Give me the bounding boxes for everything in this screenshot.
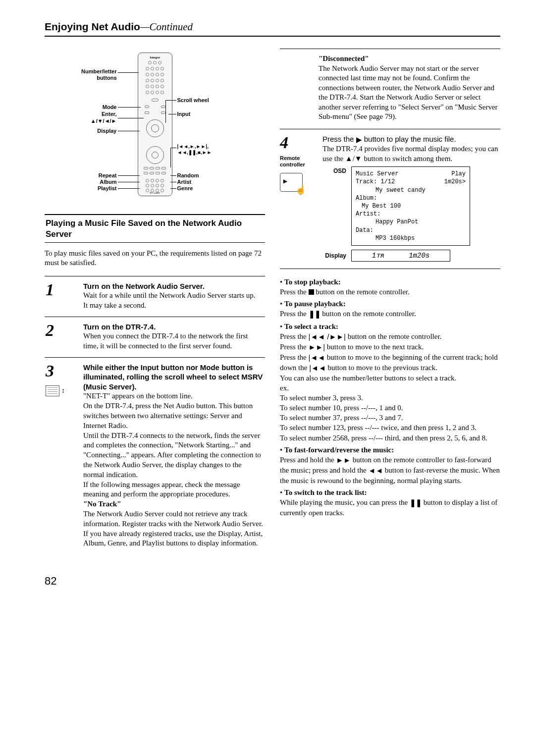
scroll-wheel-icon bbox=[146, 119, 164, 137]
sel-p1b: button on the remote controller. bbox=[346, 332, 441, 340]
hand-icon: ☝ bbox=[295, 185, 306, 196]
pause-icon: ❚❚ bbox=[309, 309, 321, 319]
label-album: Album bbox=[63, 179, 117, 185]
list-head: To switch to the track list: bbox=[284, 488, 367, 496]
label-enter: Enter, bbox=[63, 111, 117, 117]
list-line: • To switch to the track list: bbox=[280, 487, 500, 497]
osd-time: 1m20s> bbox=[444, 178, 466, 186]
pause-b1: Press the bbox=[280, 310, 309, 318]
title-rule bbox=[45, 36, 500, 37]
no-track-body: The Network Audio Server could not retri… bbox=[83, 509, 264, 548]
prev-next-icon: |◄◄ /►►| bbox=[309, 332, 346, 342]
ex4: To select number 123, press --/--- twice… bbox=[280, 423, 500, 432]
step-2-number: 2 bbox=[46, 322, 75, 351]
playback-notes: • To stop playback: Press the button on … bbox=[280, 277, 500, 518]
select-p3: Press the |◄◄ button to move to the begi… bbox=[280, 352, 500, 373]
sel-p1a: Press the bbox=[280, 332, 309, 340]
step-3-p1: "NET-T" appears on the bottom line. bbox=[83, 391, 264, 401]
step-4-body: The DTR-7.4 provides five normal display… bbox=[322, 144, 500, 163]
osd-artist-l: Artist: bbox=[356, 210, 466, 218]
label-input: Input bbox=[177, 111, 191, 117]
ff-head: To fast-forward/reverse the music: bbox=[284, 446, 394, 454]
label-transport: |◄◄,►,►►|, ◄◄,❚❚,■,►► bbox=[177, 144, 212, 155]
sel-p3a: Press the bbox=[280, 353, 309, 361]
ff-line: • To fast-forward/reverse the music: bbox=[280, 445, 500, 455]
label-arrows: ▲/▼/◄/► bbox=[63, 118, 117, 124]
osd-play: Play bbox=[451, 170, 466, 178]
select-head: To select a track: bbox=[284, 323, 338, 330]
title-main: Enjoying Net Audio bbox=[45, 21, 140, 32]
stop-body: Press the button on the remote controlle… bbox=[280, 287, 500, 297]
osd-box: Music ServerPlay Track: 1/121m20s> My sw… bbox=[351, 166, 470, 246]
step-1-line2: It may take a second. bbox=[83, 301, 264, 311]
step-4-side2: controller bbox=[280, 162, 315, 168]
label-genre: Genre bbox=[177, 185, 193, 192]
remote-brand: Integra bbox=[150, 56, 160, 60]
label-repeat: Repeat bbox=[63, 172, 117, 179]
ex3: To select number 37, press --/---, 3 and… bbox=[280, 413, 500, 423]
step-1: 1 Turn on the Network Audio Server. Wait… bbox=[45, 276, 265, 317]
step-3-p3: Until the DTR-7.4 connects to the networ… bbox=[83, 431, 264, 480]
step-2: 2 Turn on the DTR-7.4. When you connect … bbox=[45, 317, 265, 358]
display-row: Display 1ᴛʀ 1m20s bbox=[322, 250, 500, 262]
osd-artist-v: Happy PanPot bbox=[356, 218, 466, 226]
next-track-icon: ►►| bbox=[309, 342, 325, 352]
stop-b2: button on the remote controller. bbox=[314, 288, 410, 296]
ff-body: Press and hold the ►► button on the remo… bbox=[280, 455, 500, 486]
updown-arrow-icon: ↕ bbox=[61, 387, 65, 394]
prev-track-icon: |◄◄ bbox=[309, 353, 325, 363]
select-p4: You can also use the number/letter butto… bbox=[280, 373, 500, 383]
stop-head: To stop playback: bbox=[284, 278, 341, 286]
step-1-number: 1 bbox=[46, 281, 75, 311]
step-3-p4: If the following messages appear, check … bbox=[83, 480, 264, 500]
display-a: 1ᴛʀ bbox=[372, 251, 384, 260]
step-2-line1: When you connect the DTR-7.4 to the netw… bbox=[83, 331, 264, 351]
display-tag: Display bbox=[322, 251, 346, 260]
ex5: To select number 2568, press --/--- thir… bbox=[280, 433, 500, 443]
step-3: 3 ↕ While either the Input button nor Mo… bbox=[45, 358, 265, 554]
prev-track-icon-2: |◄◄ bbox=[309, 363, 326, 373]
osd-album-l: Album: bbox=[356, 194, 466, 202]
disconnected-heading: "Disconnected" bbox=[319, 54, 500, 64]
step-3-p2: On the DTR-7.4, press the Net Audio butt… bbox=[83, 401, 264, 431]
fast-forward-icon: ►► bbox=[336, 455, 351, 465]
label-mode: Mode bbox=[63, 104, 117, 110]
label-scroll-wheel: Scroll wheel bbox=[177, 97, 209, 104]
remote-model: RC-548M bbox=[150, 192, 160, 195]
stop-icon bbox=[309, 289, 314, 295]
step-4-title-b: button to play the music file. bbox=[362, 135, 456, 143]
step-4-number: 4 bbox=[280, 134, 315, 151]
intro-paragraph: To play music files saved on your PC, th… bbox=[45, 249, 265, 268]
stop-line: • To stop playback: bbox=[280, 277, 500, 287]
ff-b1: Press and hold the bbox=[280, 456, 336, 464]
step-4-title-a: Press the bbox=[322, 135, 356, 143]
steps-list: 1 Turn on the Network Audio Server. Wait… bbox=[45, 276, 265, 554]
osd-data-l: Data: bbox=[356, 226, 466, 234]
nav-wheel-icon bbox=[146, 146, 164, 164]
page-number: 82 bbox=[45, 574, 500, 589]
remote-body: Integra bbox=[138, 53, 172, 196]
no-track-heading: "No Track" bbox=[83, 499, 264, 509]
pause-icon-2: ❚❚ bbox=[410, 498, 422, 508]
right-column: "Disconnected" The Network Audio Server … bbox=[280, 49, 500, 554]
ex2: To select number 10, press --/---, 1 and… bbox=[280, 403, 500, 413]
pause-head: To pause playback: bbox=[284, 300, 346, 308]
osd-album-v: My Best 100 bbox=[356, 202, 466, 210]
sel-p2a: Press the bbox=[280, 343, 309, 351]
label-number-letter: Number/letter buttons bbox=[63, 68, 117, 81]
remote-figure: Integra bbox=[45, 49, 265, 202]
label-display: Display bbox=[63, 128, 117, 134]
step-4: 4 Remote controller ☝ Press the ▶ button… bbox=[280, 129, 500, 269]
select-line: • To select a track: bbox=[280, 322, 500, 331]
step-1-line1: Wait for a while until the Network Audio… bbox=[83, 291, 264, 301]
page-title: Enjoying Net Audio—Continued bbox=[45, 20, 500, 34]
disconnected-body: The Network Audio Server may not start o… bbox=[319, 64, 500, 122]
ex-label: ex. bbox=[280, 383, 500, 393]
remote-controller-icon: ☝ bbox=[280, 173, 303, 192]
section-heading: Playing a Music File Saved on the Networ… bbox=[45, 214, 265, 243]
list-body: While playing the music, you can press t… bbox=[280, 497, 500, 518]
osd-song: My sweet candy bbox=[356, 186, 466, 194]
step-3-title: While either the Input button nor Mode b… bbox=[83, 363, 264, 392]
osd-row: OSD Music ServerPlay Track: 1/121m20s> M… bbox=[322, 166, 500, 246]
scroll-wheel-mini-icon bbox=[46, 385, 59, 396]
